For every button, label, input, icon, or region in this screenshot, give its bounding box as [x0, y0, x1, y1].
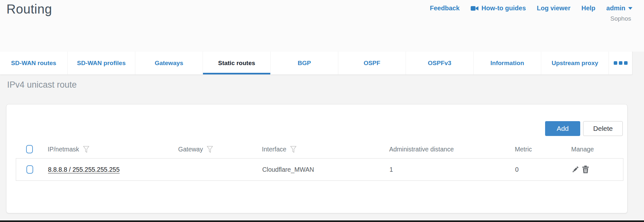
delete-icon [582, 166, 589, 173]
filter-button-gateway[interactable] [207, 146, 213, 153]
header-link-label: Help [582, 5, 595, 12]
tab-label: OSPFv3 [428, 60, 451, 67]
tab-information[interactable]: Information [474, 52, 541, 74]
section-heading: IPv4 unicast route [7, 80, 77, 90]
static-routes-panel: Add Delete IP/netmaskGatewayInterfaceAdm… [6, 104, 628, 213]
header-link-label: Feedback [430, 5, 459, 12]
page-header: Routing FeedbackHow-to guidesLog viewerH… [0, 0, 644, 52]
delete-route-button[interactable] [582, 166, 589, 173]
more-tabs-ellipsis[interactable] [609, 52, 632, 74]
tab-label: OSPF [364, 60, 380, 67]
window-bottom-edge [0, 220, 644, 222]
tab-label: Information [490, 60, 524, 67]
filter-icon [207, 146, 213, 153]
filter-icon [290, 146, 296, 153]
edit-route-button[interactable] [572, 166, 579, 173]
table-row: 8.8.8.8 / 255.255.255.255Cloudflare_MWAN… [16, 158, 623, 181]
tab-upstream-proxy[interactable]: Upstream proxy [541, 52, 609, 74]
filter-button-ip[interactable] [83, 146, 89, 153]
cell-metric: 0 [515, 166, 572, 173]
column-label: Metric [515, 146, 532, 153]
filter-icon [83, 146, 89, 153]
cell-manage [572, 166, 623, 173]
column-header-manage: Manage [571, 146, 623, 153]
column-label: Gateway [178, 146, 203, 153]
column-header-metric: Metric [515, 146, 571, 153]
delete-button[interactable]: Delete [583, 121, 623, 136]
caret-down-icon [628, 7, 632, 10]
column-label: IP/netmask [48, 146, 79, 153]
column-header-ip: IP/netmask [43, 146, 178, 153]
column-label: Interface [262, 146, 286, 153]
tab-ospf[interactable]: OSPF [338, 52, 406, 74]
column-header-ad: Administrative distance [389, 146, 515, 153]
tab-gateways[interactable]: Gateways [135, 52, 203, 74]
ellipsis-dot [619, 61, 622, 65]
column-label: Administrative distance [389, 146, 454, 153]
header-link-feedback[interactable]: Feedback [430, 5, 459, 12]
video-camera-icon [471, 5, 479, 11]
row-checkbox[interactable] [26, 165, 33, 174]
header-link-log-viewer[interactable]: Log viewer [537, 5, 570, 12]
header-link-label: Log viewer [537, 5, 570, 12]
header-select-cell [16, 145, 43, 153]
brand-label: Sophos [610, 15, 631, 22]
select-all-checkbox[interactable] [26, 145, 33, 153]
page-title: Routing [6, 2, 52, 16]
ellipsis-dot [624, 61, 628, 65]
tab-static-routes[interactable]: Static routes [203, 52, 271, 74]
edit-icon [572, 166, 579, 173]
tab-ospfv3[interactable]: OSPFv3 [406, 52, 474, 74]
table-body: 8.8.8.8 / 255.255.255.255Cloudflare_MWAN… [16, 158, 623, 181]
header-link-howto-guides[interactable]: How-to guides [471, 5, 526, 12]
column-header-gateway: Gateway [178, 146, 262, 153]
column-label: Manage [571, 146, 594, 153]
table-toolbar: Add Delete [16, 121, 623, 136]
tab-sdwan-profiles[interactable]: SD-WAN profiles [68, 52, 135, 74]
ellipsis-dot [614, 61, 617, 65]
tab-bgp[interactable]: BGP [271, 52, 338, 74]
header-link-help[interactable]: Help [582, 5, 595, 12]
tab-bar: SD-WAN routesSD-WAN profilesGatewaysStat… [0, 52, 632, 75]
tab-label: Gateways [155, 60, 183, 67]
route-link[interactable]: 8.8.8.8 / 255.255.255.255 [48, 166, 120, 173]
cell-admin-distance: 1 [389, 166, 515, 173]
tab-sdwan-routes[interactable]: SD-WAN routes [0, 52, 68, 74]
tab-label: SD-WAN profiles [77, 60, 126, 67]
table-header-row: IP/netmaskGatewayInterfaceAdministrative… [16, 142, 623, 156]
tab-label: Static routes [218, 60, 255, 67]
cell-interface: Cloudflare_MWAN [262, 166, 389, 173]
routing-page: Routing FeedbackHow-to guidesLog viewerH… [0, 0, 644, 222]
header-links: FeedbackHow-to guidesLog viewerHelpadmin [430, 5, 632, 12]
tab-label: Upstream proxy [552, 60, 598, 67]
row-select-cell [16, 165, 43, 174]
filter-button-interface[interactable] [290, 146, 296, 153]
tab-label: BGP [298, 60, 311, 67]
header-link-label: admin [606, 5, 625, 12]
tab-label: SD-WAN routes [11, 60, 56, 67]
column-header-interface: Interface [262, 146, 389, 153]
header-link-admin-menu[interactable]: admin [606, 5, 632, 12]
cell-ip: 8.8.8.8 / 255.255.255.255 [43, 166, 178, 173]
add-button[interactable]: Add [545, 121, 580, 136]
header-link-label: How-to guides [482, 5, 526, 12]
